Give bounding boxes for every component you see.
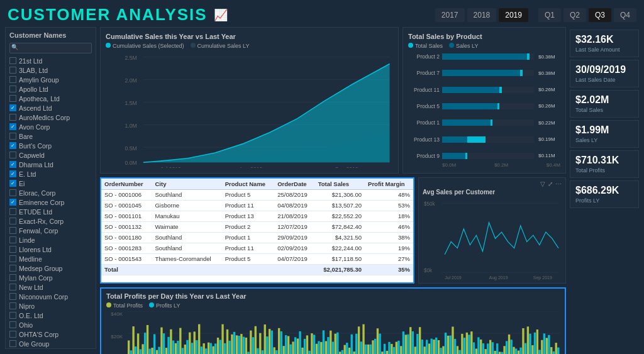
stat-label-1: Last Sales Date [575,77,633,83]
q2-button[interactable]: Q2 [564,8,586,22]
sidebar-search-container [9,43,92,53]
profit-bar-green-90 [550,347,552,354]
checkbox-15[interactable]: ✓ [9,199,16,206]
profit-bar-teal-91 [557,347,559,354]
profit-bar-green-1 [132,326,134,354]
sidebar-item-8[interactable]: Bare [8,131,93,141]
checkbox-9[interactable]: ✓ [9,142,16,149]
sidebar-item-14[interactable]: Elorac, Corp [8,188,93,197]
checkbox-13[interactable]: ✓ [9,180,16,187]
profit-bar-green-23 [236,335,238,354]
profit-bar-teal-56 [393,346,395,354]
sidebar-item-28[interactable]: Ohio [8,320,93,329]
checkbox-0[interactable] [9,57,16,64]
sidebar-item-30[interactable]: Ole Group [8,339,93,348]
sidebar-item-10[interactable]: Capweld [8,150,93,160]
sidebar-item-16[interactable]: ETUDE Ltd [8,207,93,216]
checkbox-27[interactable] [9,312,16,319]
sidebar-item-29[interactable]: OHTA'S Corp [8,329,93,339]
sidebar-item-5[interactable]: ✓Ascend Ltd [8,103,93,113]
q4-button[interactable]: Q4 [614,8,636,22]
sidebar-item-21[interactable]: Medline [8,254,93,263]
q1-button[interactable]: Q1 [538,8,561,22]
sidebar-item-27[interactable]: O.E. Ltd [8,311,93,320]
sidebar-item-2[interactable]: Amylin Group [8,75,93,84]
sidebar-item-13[interactable]: ✓Ei [8,179,93,188]
checkbox-10[interactable] [9,152,16,158]
profit-bar-green-13 [189,332,191,354]
profit-bar-green-57 [396,341,397,354]
product-bar-value-1: $0.38M [538,70,560,76]
checkbox-1[interactable] [9,67,16,74]
sidebar-item-12[interactable]: ✓E. Ltd [8,169,93,179]
table-row-2: SO - 0001101ManukauProduct 1321/08/2019$… [101,211,413,221]
stat-label-5: Profits LY [575,197,633,204]
checkbox-23[interactable] [9,274,16,281]
checkbox-16[interactable] [9,208,16,215]
sidebar-item-3[interactable]: Apollo Ltd [8,84,93,94]
customer-search-input[interactable] [9,43,92,53]
sidebar-item-0[interactable]: 21st Ltd [8,56,93,65]
checkbox-3[interactable] [9,86,16,92]
checkbox-29[interactable] [9,331,16,338]
sidebar-item-15[interactable]: ✓Eminence Corp [8,197,93,207]
checkbox-7[interactable]: ✓ [9,123,16,130]
profit-bar-teal-1 [135,346,136,354]
checkbox-24[interactable] [9,284,16,290]
year-2018-button[interactable]: 2018 [467,8,497,22]
sidebar-item-19[interactable]: Linde [8,235,93,245]
sidebar-item-11[interactable]: ✓Dharma Ltd [8,160,93,169]
sidebar-item-26[interactable]: Nipro [8,301,93,311]
checkbox-18[interactable] [9,227,16,234]
checkbox-17[interactable] [9,218,16,224]
checkbox-22[interactable] [9,265,16,272]
sidebar-item-18[interactable]: Fenwal, Corp [8,226,93,235]
year-2019-button[interactable]: 2019 [499,8,528,22]
profit-bar-teal-54 [384,343,386,354]
sidebar-item-17[interactable]: Exact-Rx, Corp [8,216,93,226]
checkbox-30[interactable] [9,340,16,347]
year-2017-button[interactable]: 2017 [435,8,465,22]
profit-bar-green-30 [269,329,270,354]
sidebar-item-25[interactable]: Niconovum Corp [8,292,93,301]
filter-icon[interactable]: ▽ [540,180,545,187]
profit-bars-area: /* bars rendered below */ Jul 2019 Aug 2… [128,311,560,354]
product-legend: Total Sales Sales LY [408,43,560,49]
customer-name-13: Ei [19,180,25,187]
sidebar-item-23[interactable]: Mylan Corp [8,273,93,282]
expand-icon[interactable]: ⤢ [548,180,553,187]
profit-bar-green-42 [325,341,327,354]
checkbox-12[interactable]: ✓ [9,170,16,177]
checkbox-8[interactable] [9,133,16,140]
stat-value-0: $32.16K [575,34,633,45]
sidebar-item-9[interactable]: ✓Burt's Corp [8,141,93,150]
middle-row: OrderNumber City Product Name OrderDate … [100,177,566,284]
checkbox-2[interactable] [9,76,16,83]
checkbox-25[interactable] [9,293,16,300]
sidebar-item-22[interactable]: Medsep Group [8,263,93,273]
checkbox-19[interactable] [9,236,16,243]
checkbox-28[interactable] [9,321,16,328]
svg-text:Aug 2019: Aug 2019 [489,275,508,280]
profit-bar-teal-15 [201,346,203,354]
sidebar-item-4[interactable]: Apotheca, Ltd [8,94,93,103]
checkbox-6[interactable] [9,114,16,121]
profit-bar-green-29 [264,324,266,354]
checkbox-21[interactable] [9,255,16,262]
profit-bar-green-28 [259,333,261,354]
checkbox-4[interactable] [9,95,16,102]
more-icon[interactable]: ⋯ [555,180,562,187]
profit-bar-green-60 [409,327,411,354]
checkbox-5[interactable]: ✓ [9,104,16,111]
top-row: Cumulative Sales this Year vs Last Year … [100,27,566,174]
checkbox-20[interactable] [9,246,16,253]
sidebar-item-7[interactable]: ✓Avon Corp [8,122,93,131]
checkbox-26[interactable] [9,302,16,309]
sidebar-item-24[interactable]: New Ltd [8,282,93,292]
checkbox-14[interactable] [9,189,16,196]
q3-button[interactable]: Q3 [589,8,611,22]
sidebar-item-20[interactable]: Llorens Ltd [8,245,93,254]
checkbox-11[interactable]: ✓ [9,161,16,168]
sidebar-item-1[interactable]: 3LAB, Ltd [8,65,93,75]
sidebar-item-6[interactable]: AuroMedics Corp [8,113,93,122]
